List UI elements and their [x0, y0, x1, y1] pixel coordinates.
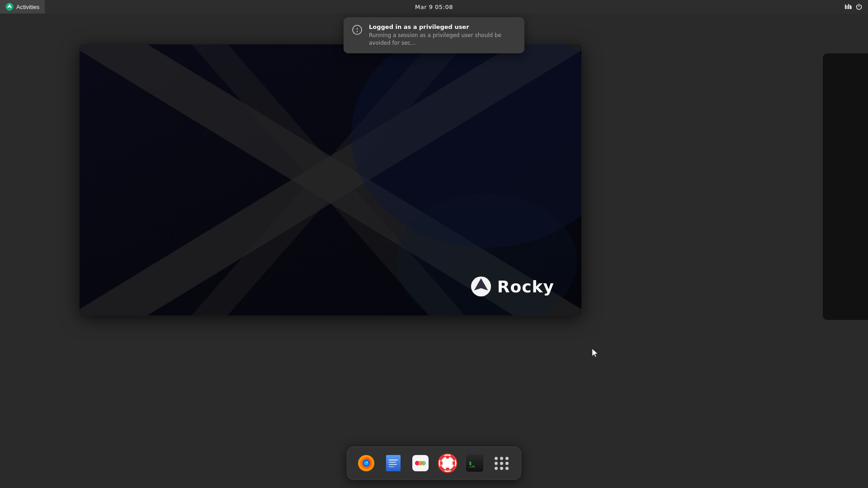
dock: $_: [347, 446, 521, 480]
notification-body: Running a session as a privileged user s…: [369, 32, 516, 47]
activities-button[interactable]: Activities: [0, 0, 45, 14]
rocky-logo-icon: [5, 3, 14, 11]
network-icon[interactable]: [844, 3, 852, 10]
apps-grid-icon: [493, 455, 511, 472]
rocky-watermark: Rocky: [470, 276, 554, 297]
notification-icon: [352, 24, 363, 38]
svg-point-20: [364, 461, 368, 465]
dock-item-help[interactable]: [436, 451, 459, 475]
svg-rect-41: [469, 467, 475, 468]
svg-rect-26: [389, 464, 397, 465]
svg-point-8: [357, 32, 358, 32]
dock-item-firefox[interactable]: [354, 451, 378, 475]
notification-content: Logged in as a privileged user Running a…: [369, 23, 516, 47]
right-workspace-window[interactable]: [823, 53, 868, 320]
dock-item-flatseal[interactable]: [409, 451, 432, 475]
topbar: Activities Mar 9 05:08: [0, 0, 868, 14]
dock-item-files[interactable]: [382, 451, 405, 475]
svg-rect-24: [389, 460, 398, 460]
rocky-watermark-icon: [470, 276, 492, 297]
activities-label: Activities: [16, 4, 39, 10]
dock-item-terminal[interactable]: $_: [463, 451, 486, 475]
wallpaper: Rocky: [80, 44, 581, 315]
power-icon[interactable]: [855, 3, 863, 10]
rocky-watermark-text: Rocky: [497, 277, 554, 296]
svg-text:$_: $_: [469, 460, 475, 466]
svg-rect-5: [851, 6, 852, 9]
svg-rect-27: [389, 466, 394, 467]
clock-display: Mar 9 05:08: [415, 4, 453, 10]
wallpaper-pattern: [80, 44, 581, 315]
dock-item-show-apps[interactable]: [490, 451, 514, 475]
system-tray: [844, 0, 868, 14]
svg-rect-2: [847, 5, 848, 9]
mouse-cursor: [592, 349, 598, 357]
notification-popup: Logged in as a privileged user Running a…: [344, 17, 524, 53]
svg-rect-4: [850, 5, 851, 9]
desktop: Rocky: [0, 14, 868, 488]
svg-rect-25: [389, 462, 396, 463]
svg-point-21: [366, 461, 368, 463]
svg-rect-1: [845, 5, 846, 9]
main-workspace-window[interactable]: Rocky: [80, 44, 581, 315]
svg-point-32: [418, 461, 423, 465]
svg-rect-3: [848, 4, 849, 9]
notification-title: Logged in as a privileged user: [369, 23, 516, 30]
svg-rect-23: [386, 455, 401, 471]
